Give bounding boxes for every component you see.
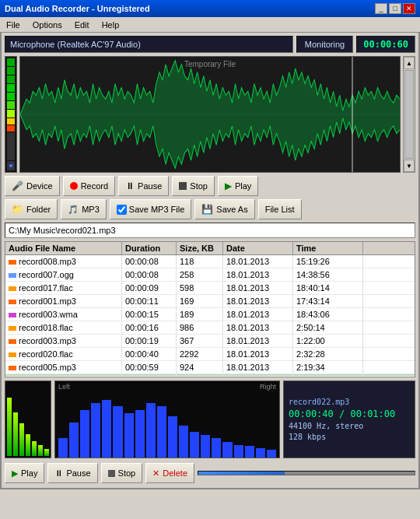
col-header-time[interactable]: Time [293, 242, 363, 254]
button-row-1: 🎤 Device Record ⏸ Pause Stop ▶ Play [5, 176, 415, 196]
eq-bar [58, 438, 68, 458]
file-cell-name: record005.mp3 [5, 361, 122, 373]
file-list-button[interactable]: File List [258, 199, 302, 219]
file-cell-date: 18.01.2013 [223, 361, 293, 373]
eq-bar [168, 416, 177, 458]
scroll-up-button[interactable]: ▲ [404, 57, 415, 69]
file-list-container: Audio File Name Duration Size, KB Date T… [5, 241, 415, 377]
device-button[interactable]: 🎤 Device [5, 176, 60, 196]
col-header-date[interactable]: Date [223, 242, 293, 254]
eq-bar [157, 406, 166, 458]
pause-bottom-icon: ⏸ [54, 468, 63, 478]
scroll-thumb[interactable] [404, 70, 414, 159]
device-icon: 🎤 [12, 181, 23, 191]
spectrum-bar [38, 445, 43, 456]
menu-file[interactable]: File [3, 19, 23, 30]
bottom-controls: ▶ Play ⏸ Pause Stop ✕ Delete [5, 461, 415, 485]
folder-button[interactable]: 📁 Folder [5, 199, 58, 219]
delete-button[interactable]: ✕ Delete [145, 463, 194, 483]
table-row[interactable]: record001.mp3 00:00:11 169 18.01.2013 17… [5, 295, 415, 308]
file-cell-time: 2:19:34 [293, 361, 363, 373]
file-type-icon [9, 313, 16, 317]
col-header-name[interactable]: Audio File Name [5, 242, 122, 254]
col-header-size[interactable]: Size, KB [177, 242, 223, 254]
spectrum-bar [26, 434, 30, 456]
play-icon: ▶ [225, 181, 232, 191]
stop-button-bottom[interactable]: Stop [101, 463, 143, 483]
menu-edit[interactable]: Edit [72, 19, 93, 30]
file-cell-name: record020.flac [5, 348, 122, 360]
save-as-button[interactable]: 💾 Save As [194, 199, 254, 219]
save-mp3-checkbox[interactable] [117, 205, 127, 215]
table-row[interactable]: record020.flac 00:00:40 2292 18.01.2013 … [5, 348, 415, 361]
spectrum-display [5, 380, 51, 458]
waveform-display: Temporary File // Will be generated inli… [19, 56, 401, 173]
file-cell-duration: 00:00:16 [122, 321, 177, 334]
eq-bar [245, 446, 254, 458]
mp3-icon: 🎵 [68, 205, 79, 215]
menu-options[interactable]: Options [30, 19, 65, 30]
file-type-icon [9, 300, 16, 304]
info-panel: record022.mp3 00:00:40 / 00:01:00 44100 … [283, 380, 415, 458]
file-cell-date: 18.01.2013 [223, 268, 293, 281]
table-row[interactable]: record008.mp3 00:00:08 118 18.01.2013 15… [5, 255, 415, 268]
spectrum-bar [32, 441, 37, 456]
window-controls: _ □ ✕ [375, 3, 415, 14]
file-cell-date: 01.02.2013 [223, 374, 293, 376]
col-header-duration[interactable]: Duration [122, 242, 177, 254]
play-button-main[interactable]: ▶ Play [218, 176, 258, 196]
table-row[interactable]: record003.mp3 00:00:19 367 18.01.2013 1:… [5, 335, 415, 348]
monitoring-badge: Monitoring [296, 36, 353, 53]
table-row[interactable]: record021.mp3 00:00:60 937 01.02.2013 12… [5, 374, 415, 376]
table-row[interactable]: record018.flac 00:00:16 986 18.01.2013 2… [5, 321, 415, 335]
file-cell-size: 258 [177, 268, 223, 281]
playback-progress[interactable] [198, 471, 415, 475]
stop-button-main[interactable]: Stop [172, 176, 215, 196]
play-button-bottom[interactable]: ▶ Play [5, 463, 44, 483]
eq-labels: Left Right [55, 383, 279, 391]
file-type-icon [9, 273, 16, 278]
file-cell-duration: 00:00:09 [122, 282, 177, 294]
table-row[interactable]: record007.ogg 00:00:08 258 18.01.2013 14… [5, 268, 415, 282]
scroll-down-button[interactable]: ▼ [404, 160, 415, 172]
minimize-button[interactable]: _ [375, 3, 387, 14]
pause-button-bottom[interactable]: ⏸ Pause [47, 463, 97, 483]
table-row[interactable]: record003.wma 00:00:15 189 18.01.2013 18… [5, 308, 415, 321]
file-cell-date: 18.01.2013 [223, 295, 293, 307]
file-type-icon [9, 260, 16, 265]
waveform-scrollbar[interactable]: ▲ ▼ [403, 56, 415, 173]
file-cell-time: 2:32:28 [293, 348, 363, 360]
save-mp3-checkbox-label[interactable]: Save MP3 File [110, 199, 192, 219]
file-cell-name: record008.mp3 [5, 255, 122, 268]
mp3-button[interactable]: 🎵 MP3 [61, 199, 107, 219]
file-list-body: record008.mp3 00:00:08 118 18.01.2013 15… [5, 255, 415, 376]
eq-bar [179, 426, 188, 458]
file-cell-date: 18.01.2013 [223, 335, 293, 347]
eq-bar [212, 438, 221, 458]
eq-bar [146, 403, 156, 458]
eq-bar [267, 450, 276, 458]
file-cell-time: 18:43:06 [293, 308, 363, 321]
waveform-label: Temporary File [184, 60, 236, 68]
waveform-container: Temporary File // Will be generated inli… [5, 56, 415, 173]
file-cell-time: 15:19:26 [293, 255, 363, 268]
close-button[interactable]: ✕ [403, 3, 415, 14]
menu-help[interactable]: Help [99, 19, 123, 30]
eq-bar [201, 435, 210, 458]
eq-bar [69, 423, 79, 458]
pause-button[interactable]: ⏸ Pause [118, 176, 169, 196]
eq-bar [113, 406, 122, 458]
file-cell-time: 2:50:14 [293, 321, 363, 334]
file-cell-time: 14:38:56 [293, 268, 363, 281]
file-type-icon [9, 339, 16, 344]
record-button[interactable]: Record [63, 176, 115, 196]
table-row[interactable]: record017.flac 00:00:09 598 18.01.2013 1… [5, 282, 415, 295]
eq-bar [222, 442, 232, 458]
table-row[interactable]: record005.mp3 00:00:59 924 18.01.2013 2:… [5, 361, 415, 374]
file-cell-size: 2292 [177, 348, 223, 360]
file-cell-size: 118 [177, 255, 223, 268]
spectrum-bar [7, 398, 12, 456]
file-cell-date: 18.01.2013 [223, 255, 293, 268]
maximize-button[interactable]: □ [389, 3, 401, 14]
spectrum-bar [13, 412, 18, 456]
